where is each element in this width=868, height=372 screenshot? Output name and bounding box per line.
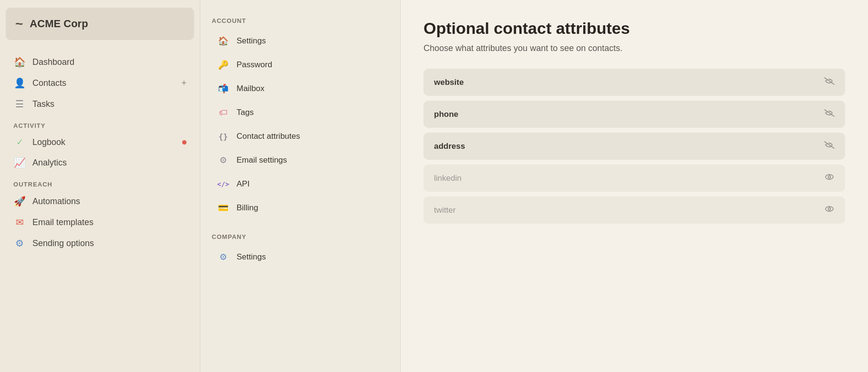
menu-item-label: Settings: [237, 36, 266, 46]
svg-point-1: [828, 176, 831, 178]
toggle-visibility-phone[interactable]: [824, 109, 835, 119]
attribute-row-twitter: twitter: [424, 196, 845, 224]
menu-item-label: Contact attributes: [237, 132, 300, 141]
analytics-icon: 📈: [13, 157, 26, 168]
sidebar-item-tasks[interactable]: ☰ Tasks: [6, 93, 194, 114]
page-subtitle: Choose what attributes you want to see o…: [424, 43, 845, 53]
middle-column: ACCOUNT 🏠 Settings 🔑 Password 📬 Mailbox …: [200, 0, 401, 372]
menu-item-label: Email settings: [237, 155, 287, 165]
activity-section-label: ACTIVITY: [6, 114, 194, 132]
sidebar-item-label: Tasks: [32, 99, 54, 109]
menu-item-tags[interactable]: 🏷 Tags: [212, 101, 389, 124]
sidebar-item-label: Contacts: [32, 78, 66, 88]
sidebar-item-label: Dashboard: [32, 57, 74, 67]
attribute-label-phone: phone: [434, 110, 458, 119]
svg-point-0: [826, 175, 833, 179]
menu-item-mailbox[interactable]: 📬 Mailbox: [212, 77, 389, 101]
menu-item-label: Tags: [237, 108, 254, 117]
sidebar-item-label: Logbook: [32, 137, 65, 147]
menu-item-password[interactable]: 🔑 Password: [212, 53, 389, 77]
logbook-badge: [182, 140, 186, 145]
sidebar-item-email-templates[interactable]: ✉ Email templates: [6, 212, 194, 233]
sidebar-item-sending-options[interactable]: ⚙ Sending options: [6, 233, 194, 254]
contact-attributes-icon: {}: [217, 130, 230, 143]
sidebar-item-label: Analytics: [32, 158, 67, 168]
main-content: Optional contact attributes Choose what …: [401, 0, 868, 372]
sidebar-item-contacts[interactable]: 👤 Contacts +: [6, 72, 194, 93]
page-title: Optional contact attributes: [424, 19, 845, 38]
password-icon: 🔑: [217, 58, 230, 72]
menu-item-label: API: [237, 179, 249, 189]
sidebar-item-dashboard[interactable]: 🏠 Dashboard: [6, 52, 194, 72]
attribute-row-linkedin: linkedin: [424, 165, 845, 192]
toggle-visibility-address[interactable]: [824, 141, 835, 151]
settings-icon: 🏠: [217, 34, 230, 48]
menu-item-company-settings[interactable]: ⚙ Settings: [212, 245, 389, 269]
company-name: ACME Corp: [30, 18, 88, 30]
attribute-row-address: address: [424, 133, 845, 160]
account-section-label: ACCOUNT: [212, 17, 389, 24]
mailbox-icon: 📬: [217, 82, 230, 95]
toggle-visibility-website[interactable]: [824, 77, 835, 87]
menu-item-label: Billing: [237, 203, 258, 213]
automations-icon: 🚀: [13, 196, 26, 207]
menu-item-api[interactable]: </> API: [212, 172, 389, 196]
logbook-icon: ✓: [13, 137, 26, 147]
attribute-label-address: address: [434, 142, 465, 151]
toggle-visibility-linkedin[interactable]: [824, 173, 835, 183]
svg-point-2: [826, 207, 833, 211]
tags-icon: 🏷: [217, 106, 230, 119]
menu-item-billing[interactable]: 💳 Billing: [212, 196, 389, 220]
tasks-icon: ☰: [13, 98, 26, 110]
contacts-icon: 👤: [13, 77, 26, 89]
menu-item-label: Settings: [237, 252, 266, 262]
sending-options-icon: ⚙: [13, 238, 26, 249]
attribute-row-website: website: [424, 69, 845, 96]
attribute-row-phone: phone: [424, 101, 845, 128]
dashboard-icon: 🏠: [13, 56, 26, 68]
sidebar-item-automations[interactable]: 🚀 Automations: [6, 191, 194, 212]
email-templates-icon: ✉: [13, 217, 26, 228]
attribute-label-linkedin: linkedin: [434, 174, 462, 183]
company-settings-icon: ⚙: [217, 250, 230, 264]
api-icon: </>: [217, 177, 230, 191]
menu-item-contact-attributes[interactable]: {} Contact attributes: [212, 124, 389, 148]
add-contact-icon[interactable]: +: [181, 78, 186, 88]
menu-item-label: Mailbox: [237, 84, 265, 93]
svg-point-3: [828, 208, 831, 210]
menu-item-email-settings[interactable]: ⚙ Email settings: [212, 148, 389, 172]
sidebar-item-logbook[interactable]: ✓ Logbook: [6, 132, 194, 152]
menu-item-settings[interactable]: 🏠 Settings: [212, 29, 389, 53]
menu-item-label: Password: [237, 60, 272, 70]
outreach-section-label: OUTREACH: [6, 173, 194, 191]
toggle-visibility-twitter[interactable]: [824, 205, 835, 215]
sidebar: ~ ACME Corp 🏠 Dashboard 👤 Contacts + ☰ T…: [0, 0, 200, 372]
tilde-icon: ~: [15, 16, 23, 31]
email-settings-icon: ⚙: [217, 154, 230, 167]
company-section-label: COMPANY: [212, 233, 389, 240]
company-header[interactable]: ~ ACME Corp: [6, 8, 194, 40]
billing-icon: 💳: [217, 201, 230, 215]
sidebar-item-analytics[interactable]: 📈 Analytics: [6, 152, 194, 173]
attribute-label-website: website: [434, 78, 464, 87]
attribute-label-twitter: twitter: [434, 206, 455, 215]
sidebar-item-label: Sending options: [32, 238, 94, 248]
sidebar-item-label: Automations: [32, 196, 80, 207]
sidebar-item-label: Email templates: [32, 217, 93, 227]
